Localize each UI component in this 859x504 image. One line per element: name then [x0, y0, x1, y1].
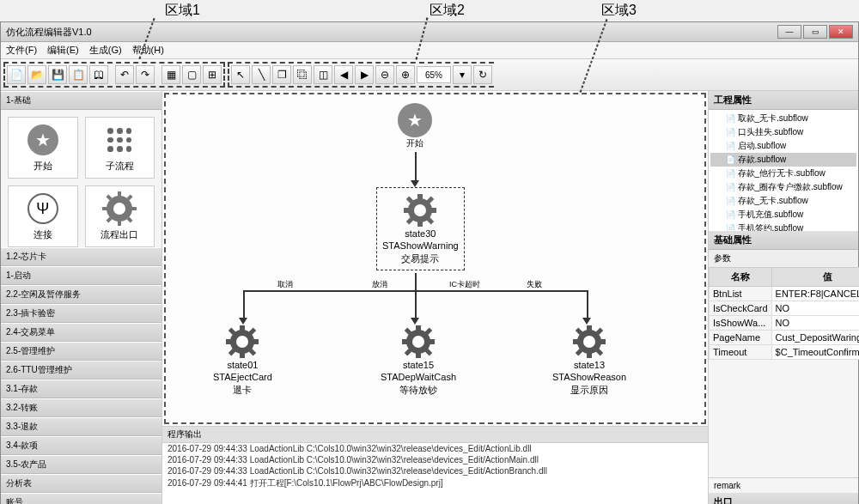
palette-section-12[interactable]: 1.2-芯片卡	[1, 247, 161, 266]
grid-icon[interactable]: ▦	[161, 65, 180, 84]
palette-section-22[interactable]: 2.2-空闲及暂停服务	[1, 285, 161, 304]
palette-section-34[interactable]: 3.4-款项	[1, 436, 161, 455]
tool2-icon[interactable]: ⊞	[203, 65, 222, 84]
svg-rect-17	[404, 208, 410, 213]
palette-flowexit-label: 流程出口	[101, 228, 138, 241]
new-icon[interactable]: 📄	[7, 65, 26, 84]
menu-help[interactable]: 帮助(H)	[132, 44, 164, 57]
svg-rect-35	[416, 325, 421, 331]
palette-section-basic[interactable]: 1-基础	[1, 91, 161, 110]
project-tree[interactable]: 取款_无卡.subflow 口头挂失.subflow 启动.subflow 存款…	[709, 110, 858, 231]
palette-section-33[interactable]: 3.3-退款	[1, 417, 161, 436]
tool1-icon[interactable]: ▢	[182, 65, 201, 84]
svg-rect-46	[587, 352, 592, 358]
props-col-name: 名称	[710, 268, 772, 287]
open-icon[interactable]: 📂	[27, 65, 46, 84]
undo-icon[interactable]: ↶	[115, 65, 134, 84]
layout-icon[interactable]: ◫	[314, 65, 332, 84]
palette-subflow[interactable]: 子流程	[85, 117, 155, 179]
zoomout-icon[interactable]: ⊖	[375, 65, 394, 84]
palette-section-1b[interactable]: 1-启动	[1, 266, 161, 285]
output-line: 2016-07-29 09:44:33 LoadActionLib C:\Col…	[162, 454, 708, 465]
node-state30-label: state30 STAShowWarning 交易提示	[382, 228, 459, 264]
palette-section-35[interactable]: 3.5-农产品	[1, 455, 161, 474]
svg-rect-38	[429, 339, 435, 344]
tree-item[interactable]: 口头挂失.subflow	[710, 125, 856, 139]
forward-icon[interactable]: ▶	[355, 65, 374, 84]
zoom-level[interactable]: 65%	[417, 66, 451, 83]
palette-section-account[interactable]: 账号	[1, 493, 161, 504]
node-state30[interactable]: state30 STAShowWarning 交易提示	[376, 187, 465, 270]
tree-item[interactable]: 存款_圈存专户缴款.subflow	[710, 180, 856, 194]
right-panel: 工程属性 取款_无卡.subflow 口头挂失.subflow 启动.subfl…	[708, 91, 858, 504]
palette-section-26[interactable]: 2.6-TTU管理维护	[1, 361, 161, 380]
copy-icon[interactable]: ❐	[272, 65, 291, 84]
node-state15[interactable]: state15 STADepWaitCash 等待放钞	[381, 325, 456, 396]
tree-item[interactable]: 取款_无卡.subflow	[710, 112, 856, 125]
palette-content: ★ 开始 子流程 Ψ 连接 流程出口	[1, 110, 161, 247]
prop-row[interactable]: IsShowWa...NO	[710, 316, 860, 331]
svg-rect-36	[416, 352, 421, 358]
menubar: 文件(F) 编辑(E) 生成(G) 帮助(H)	[1, 42, 858, 59]
palette-section-25[interactable]: 2.5-管理维护	[1, 342, 161, 361]
prop-row[interactable]: BtnListENTER:F8|CANCEL:F7	[710, 287, 860, 301]
palette-start[interactable]: ★ 开始	[8, 117, 78, 179]
node-start[interactable]: ★ 开始	[398, 103, 432, 149]
edge-label: 放消	[372, 279, 387, 290]
node-state13[interactable]: state13 STAShowReason 显示原因	[552, 325, 626, 396]
prop-row[interactable]: IsCheckCardNO	[710, 301, 860, 316]
palette-section-32[interactable]: 3.2-转账	[1, 398, 161, 417]
output-panel: 程序输出 2016-07-29 09:44:33 LoadActionLib C…	[162, 426, 708, 504]
back-icon[interactable]: ◀	[334, 65, 353, 84]
zoomin-icon[interactable]: ⊕	[396, 65, 415, 84]
palette-section-31[interactable]: 3.1-存款	[1, 380, 161, 398]
gear-icon	[225, 325, 259, 359]
refresh-icon[interactable]: ↻	[473, 65, 492, 84]
svg-rect-15	[417, 194, 423, 200]
minimize-button[interactable]: —	[777, 25, 801, 39]
redo-icon[interactable]: ↷	[136, 65, 155, 84]
paste-icon[interactable]: ⿻	[293, 65, 312, 84]
gear-icon	[102, 191, 137, 226]
palette-connect[interactable]: Ψ 连接	[8, 185, 78, 247]
print-icon[interactable]: 🕮	[89, 65, 108, 84]
arrow-icon	[582, 318, 591, 325]
arrow-icon	[411, 318, 419, 325]
line-icon[interactable]: ╲	[252, 65, 271, 84]
region2-toolbar: ↖ ╲ ❐ ⿻ ◫ ◀ ▶ ⊖ ⊕ 65% ▾ ↻	[228, 62, 494, 88]
save-icon[interactable]: 💾	[48, 65, 67, 84]
node-state01[interactable]: state01 STAEjectCard 退卡	[213, 325, 272, 396]
palette-start-label: 开始	[34, 160, 52, 173]
menu-edit[interactable]: 编辑(E)	[47, 44, 79, 57]
prop-row[interactable]: Timeout$C_TimeoutConfirmInfo	[710, 345, 860, 360]
tree-item[interactable]: 启动.subflow	[710, 139, 856, 153]
tree-item[interactable]: 存款_他行无卡.subflow	[710, 167, 856, 180]
svg-rect-26	[240, 352, 245, 358]
tree-item[interactable]: 存款.subflow	[710, 153, 856, 167]
tree-item[interactable]: 存款_无卡.subflow	[710, 194, 856, 208]
svg-rect-2	[118, 191, 121, 198]
menu-file[interactable]: 文件(F)	[6, 44, 37, 57]
tree-item[interactable]: 手机充值.subflow	[710, 208, 856, 222]
palette-section-23[interactable]: 2.3-插卡验密	[1, 304, 161, 323]
maximize-button[interactable]: ▭	[803, 25, 827, 39]
star-icon: ★	[398, 103, 432, 137]
palette-subflow-label: 子流程	[106, 160, 134, 173]
window-controls: — ▭ ✕	[777, 25, 853, 39]
arrow-icon	[411, 180, 419, 187]
prop-row[interactable]: PageNameCust_DepositWaring.htm	[710, 331, 860, 345]
menu-generate[interactable]: 生成(G)	[89, 44, 122, 57]
output-title: 程序输出	[162, 427, 708, 443]
pointer-icon[interactable]: ↖	[231, 65, 250, 84]
output-line: 2016-07-29 09:44:33 LoadActionLib C:\Col…	[162, 465, 708, 477]
saveall-icon[interactable]: 📋	[69, 65, 88, 84]
zoom-dropdown-icon[interactable]: ▾	[453, 65, 472, 84]
palette-section-analytics[interactable]: 分析表	[1, 474, 161, 493]
canvas[interactable]: ★ 开始 state30 STAShowWarning 交易提示	[164, 93, 706, 424]
palette-section-24[interactable]: 2.4-交易菜单	[1, 323, 161, 342]
tree-item[interactable]: 手机签约.subflow	[710, 222, 856, 231]
annotation-region2: 区域2	[430, 2, 465, 20]
svg-point-1	[113, 203, 125, 215]
close-button[interactable]: ✕	[829, 25, 853, 39]
palette-flowexit[interactable]: 流程出口	[85, 185, 155, 247]
